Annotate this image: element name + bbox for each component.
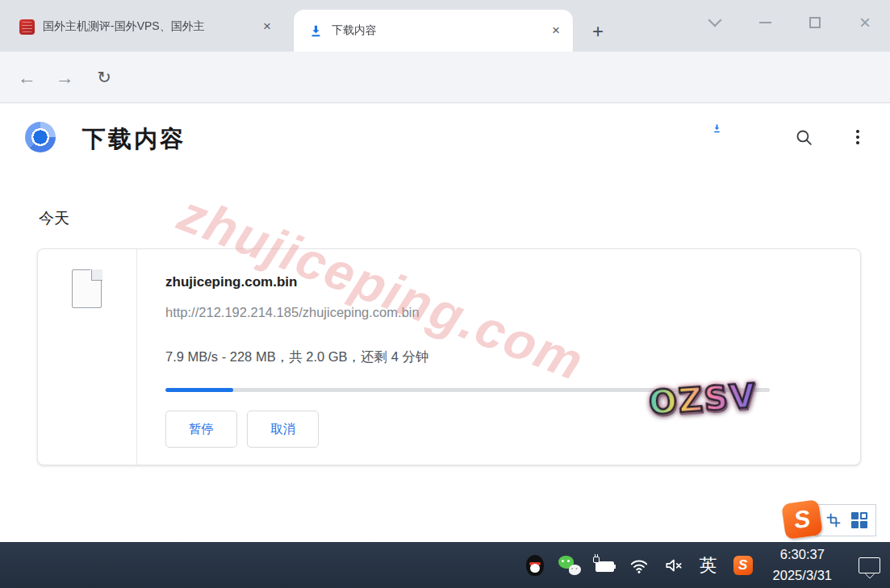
tab-hosting-review[interactable]: 国外主机测评-国外VPS、国外主 × xyxy=(8,12,282,41)
window-controls: × xyxy=(690,0,890,45)
tab-title: 国外主机测评-国外VPS、国外主 xyxy=(43,19,258,34)
download-filename[interactable]: zhujiceping.com.bin xyxy=(165,274,297,290)
download-icon xyxy=(308,23,324,39)
file-icon xyxy=(72,269,102,308)
clock-time: 6:30:37 xyxy=(773,544,832,565)
tab-downloads[interactable]: 下载内容 × xyxy=(294,10,573,52)
minimize-button[interactable] xyxy=(740,4,790,41)
tab-search-chevron-icon[interactable] xyxy=(690,4,740,41)
tab-strip: 国外主机测评-国外VPS、国外主 × 下载内容 × + × xyxy=(0,0,890,52)
new-tab-button[interactable]: + xyxy=(586,19,610,44)
sogou-capture-widget[interactable]: S xyxy=(815,504,876,536)
sogou-tray-icon[interactable]: S xyxy=(732,554,754,577)
tab-close-icon[interactable]: × xyxy=(547,22,565,40)
close-window-button[interactable]: × xyxy=(840,4,890,41)
back-button[interactable]: ← xyxy=(14,65,40,90)
page-title: 下载内容 xyxy=(82,123,186,156)
battery-icon[interactable] xyxy=(593,554,616,577)
wechat-icon[interactable] xyxy=(558,554,581,577)
tab-title: 下载内容 xyxy=(332,23,547,38)
pause-button[interactable]: 暂停 xyxy=(165,411,237,448)
screen: 国外主机测评-国外VPS、国外主 × 下载内容 × + × ← → ↻ Chro… xyxy=(0,0,890,588)
ozsv-sticker: OZSV xyxy=(647,376,758,422)
taskbar-clock[interactable]: 6:30:37 2025/3/31 xyxy=(773,544,832,586)
download-progress-fill xyxy=(165,388,233,392)
crop-icon[interactable] xyxy=(825,512,842,528)
download-status: 7.9 MB/s - 228 MB，共 2.0 GB，还剩 4 分钟 xyxy=(165,348,428,366)
download-card: zhujiceping.com.bin http://212.192.214.1… xyxy=(37,248,861,465)
cancel-button[interactable]: 取消 xyxy=(247,411,319,448)
downloads-page: 下载内容 今天 zhujiceping.com.bin http://212.1… xyxy=(0,104,890,542)
clock-date: 2025/3/31 xyxy=(773,565,832,586)
tab-close-icon[interactable]: × xyxy=(258,18,276,35)
maximize-button[interactable] xyxy=(790,4,840,41)
grid-icon[interactable] xyxy=(851,512,867,528)
downloads-logo-icon xyxy=(25,122,56,152)
reload-button[interactable]: ↻ xyxy=(91,65,117,90)
date-group-label: 今天 xyxy=(39,208,69,229)
seal-favicon-icon xyxy=(19,19,35,35)
wifi-icon[interactable] xyxy=(628,554,650,577)
qq-icon[interactable] xyxy=(524,554,546,577)
card-divider xyxy=(136,249,137,465)
taskbar: 英 S 6:30:37 2025/3/31 xyxy=(0,542,890,588)
page-search-icon[interactable] xyxy=(792,125,816,149)
download-url: http://212.192.214.185/zhujiceping.com.b… xyxy=(165,305,420,320)
volume-muted-icon[interactable] xyxy=(662,554,685,577)
forward-button[interactable]: → xyxy=(52,65,77,90)
browser-toolbar: ← → ↻ Chromium chrome://downloads ☆ xyxy=(0,52,890,103)
sogou-logo[interactable]: S xyxy=(781,499,823,540)
ime-indicator[interactable]: 英 xyxy=(697,554,720,577)
action-center-icon[interactable] xyxy=(859,557,880,573)
page-menu-icon[interactable] xyxy=(846,125,870,149)
